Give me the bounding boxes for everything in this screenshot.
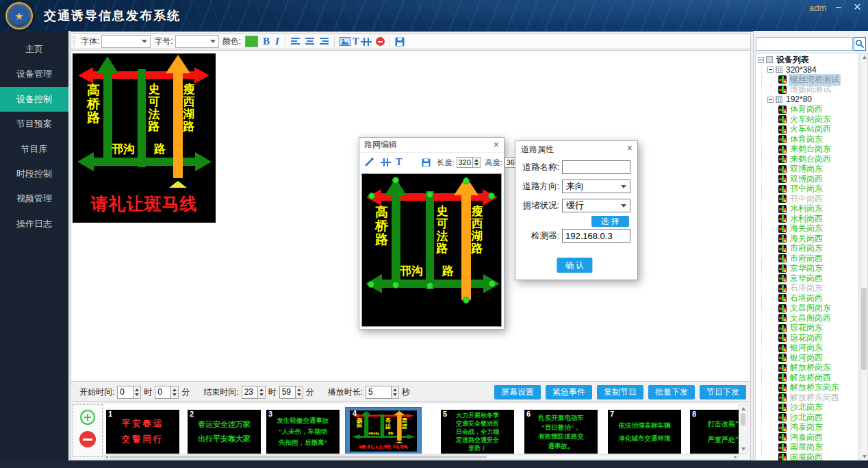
scrollbar-thumb[interactable] <box>741 413 745 426</box>
spinner-buttons[interactable] <box>296 386 303 399</box>
end-minute-input[interactable] <box>279 386 296 399</box>
save-icon[interactable] <box>422 158 431 167</box>
playlist-item[interactable]: 5大力开展秋冬季交通安全整治百日会战，全力稳定道路交通安全形势！ <box>441 410 514 454</box>
device-search-input[interactable] <box>756 37 853 51</box>
control-point[interactable] <box>489 280 496 287</box>
spinner-buttons[interactable] <box>473 157 481 168</box>
tree-device-item[interactable]: 维扬岗测试 <box>756 85 858 95</box>
sidebar-item[interactable]: 时段控制 <box>0 162 68 186</box>
road-direction-label: 道路方向: <box>515 181 559 193</box>
detector-input[interactable] <box>562 229 630 243</box>
close-icon[interactable]: × <box>494 140 499 149</box>
close-icon[interactable]: × <box>854 0 861 14</box>
traffic-sign-preview[interactable]: 高桥路史可法路瘦西湖路邗沟路请礼让斑马线 <box>73 53 216 223</box>
playlist-item[interactable]: 2春运安全连万家出行平安靠大家 <box>188 410 261 454</box>
delete-icon[interactable] <box>376 37 385 46</box>
remove-program-button[interactable] <box>79 431 96 447</box>
sidebar-item[interactable]: 节目预案 <box>0 112 68 136</box>
traffic-light-icon <box>778 354 787 362</box>
playlist-item[interactable]: 6扎实开展电动车“百日整治”，有效预防道路交通事故。 <box>524 410 598 454</box>
control-point[interactable] <box>426 191 433 198</box>
font-label: 字体: <box>81 36 99 47</box>
screen-settings-button[interactable]: 屏幕设置 <box>494 385 541 399</box>
arrowhead-right-icon <box>407 414 414 418</box>
playlist-item[interactable]: 8打击改装“灯严查严处“机 <box>690 410 739 454</box>
draw-road-icon[interactable] <box>364 158 374 167</box>
align-center-icon[interactable] <box>305 37 315 46</box>
vertical-scrollbar[interactable] <box>860 53 868 461</box>
length-input[interactable] <box>457 157 473 168</box>
font-size-select[interactable] <box>175 35 219 48</box>
text-tool-icon[interactable]: T <box>353 36 359 47</box>
road-network-canvas[interactable]: 高桥路史可法路瘦西湖路邗沟路 <box>361 173 502 327</box>
vertical-scrollbar[interactable] <box>739 404 748 454</box>
collapse-expander-icon[interactable] <box>767 66 774 73</box>
close-icon[interactable]: × <box>627 143 633 153</box>
sidebar-item[interactable]: 视频管理 <box>0 186 68 211</box>
spinner-buttons[interactable] <box>133 386 141 399</box>
sidebar-item[interactable]: 设备控制 <box>0 87 68 112</box>
search-button[interactable] <box>854 37 866 51</box>
road-label: 高桥路 <box>86 84 101 125</box>
collapse-expander-icon[interactable] <box>767 97 774 103</box>
start-hour-input[interactable] <box>117 386 133 399</box>
font-select[interactable] <box>101 35 151 48</box>
duration-input[interactable] <box>366 386 392 399</box>
scrollbar-thumb[interactable] <box>861 288 867 370</box>
control-point[interactable] <box>488 193 495 199</box>
select-button[interactable]: 选 择 <box>591 216 629 227</box>
program-send-button[interactable]: 节目下发 <box>700 385 746 399</box>
align-left-icon[interactable] <box>290 37 301 46</box>
sidebar-item[interactable]: 主页 <box>0 37 68 62</box>
spinner-buttons[interactable] <box>171 386 179 399</box>
horizontal-scrollbar[interactable] <box>104 454 739 460</box>
traffic-light-icon <box>778 175 787 183</box>
control-point[interactable] <box>368 281 374 288</box>
playlist-item-selected[interactable]: 高桥路史可法路瘦西湖路邗沟路请礼让斑马线4 <box>345 407 422 454</box>
playlist-item-number: 7 <box>610 410 614 418</box>
spinner-buttons[interactable] <box>258 386 266 399</box>
sidebar-item[interactable]: 操作日志 <box>0 212 68 236</box>
italic-button[interactable]: I <box>275 36 279 47</box>
control-point[interactable] <box>392 177 399 184</box>
tree-root[interactable]: 设备列表 <box>756 55 858 65</box>
align-right-icon[interactable] <box>319 37 329 46</box>
control-point[interactable] <box>463 297 470 304</box>
road-name-input[interactable] <box>562 160 630 174</box>
road-network-icon[interactable] <box>381 158 391 167</box>
spinner-buttons[interactable] <box>392 386 399 399</box>
control-point[interactable] <box>392 282 399 288</box>
control-point[interactable] <box>368 193 375 199</box>
copy-program-button[interactable]: 复制节目 <box>597 385 643 399</box>
dialog-titlebar[interactable]: 道路属性 × <box>515 141 637 158</box>
start-minute-input[interactable] <box>155 386 171 399</box>
control-point[interactable] <box>426 282 433 289</box>
insert-image-icon[interactable] <box>340 37 350 46</box>
scrollbar-thumb[interactable] <box>110 456 487 458</box>
road-direction-select[interactable]: 来向 <box>562 180 630 193</box>
toolbar-drag-handle[interactable] <box>73 36 75 47</box>
control-point[interactable] <box>463 177 470 184</box>
text-tool-icon[interactable]: T <box>396 157 402 168</box>
emergency-event-button[interactable]: 紧急事件 <box>546 385 592 399</box>
road-network-icon[interactable] <box>361 37 372 47</box>
collapse-expander-icon[interactable] <box>758 57 764 63</box>
batch-send-button[interactable]: 批量下发 <box>648 385 695 399</box>
bold-button[interactable]: B <box>263 36 270 47</box>
road-network-editor-dialog: 路网编辑 × T 长度: 高度: 高桥路史可法路瘦西湖路邗沟路 <box>359 137 505 330</box>
confirm-button[interactable]: 确 认 <box>557 258 592 273</box>
sidebar-item[interactable]: 设备管理 <box>0 62 68 86</box>
save-icon[interactable] <box>395 37 405 47</box>
road-network-sign[interactable]: 高桥路史可法路瘦西湖路邗沟路 <box>361 175 502 327</box>
add-program-button[interactable] <box>80 410 95 425</box>
playlist-item[interactable]: 3发生轻微交通事故“人未伤，车能动先拍照，后撤离” <box>266 410 340 454</box>
end-hour-input[interactable] <box>242 386 258 399</box>
sidebar-item[interactable]: 节目库 <box>0 137 68 162</box>
traffic-light-icon <box>778 373 787 382</box>
congestion-select[interactable]: 缓行 <box>562 199 630 212</box>
dialog-titlebar[interactable]: 路网编辑 × <box>359 138 504 152</box>
playlist-item[interactable]: 1平安春运交警同行 <box>106 410 179 454</box>
color-swatch[interactable] <box>245 36 258 47</box>
minimize-icon[interactable]: − <box>835 1 841 14</box>
playlist-item[interactable]: 7依法治理非标车辆净化城市交通环境 <box>608 410 681 454</box>
